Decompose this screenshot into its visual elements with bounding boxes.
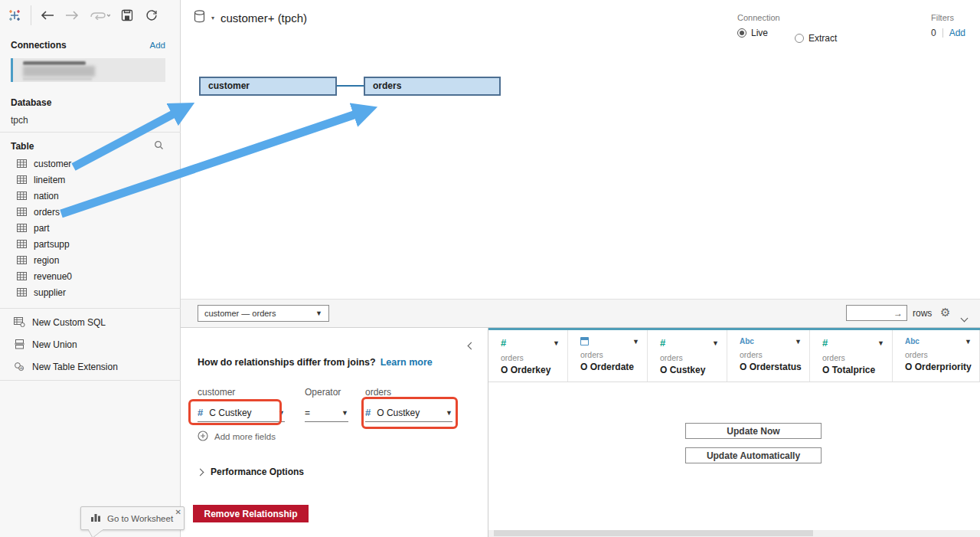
replay-icon[interactable] bbox=[88, 7, 111, 24]
sidebar-table-item-part[interactable]: part bbox=[0, 220, 181, 236]
grid-column-header-o-orderkey[interactable]: #▼ordersO Orderkey bbox=[488, 330, 568, 381]
learn-more-link[interactable]: Learn more bbox=[381, 357, 433, 368]
right-field-dropdown[interactable]: # O Custkey ▼ bbox=[365, 404, 452, 422]
number-type-icon: # bbox=[501, 337, 506, 349]
table-heading: Table bbox=[11, 141, 34, 152]
sidebar-actions: New Custom SQLNew UniondbNew Table Exten… bbox=[0, 311, 181, 378]
table-grid-icon bbox=[17, 192, 27, 200]
grid-column-header-o-totalprice[interactable]: #▼ordersO Totalprice bbox=[810, 330, 893, 381]
operator-dropdown[interactable]: = ▼ bbox=[305, 404, 348, 422]
grid-column-header-o-custkey[interactable]: #▼ordersO Custkey bbox=[648, 330, 727, 381]
column-table-name: orders bbox=[740, 350, 802, 359]
new-union-icon bbox=[14, 339, 25, 349]
table-item-label: supplier bbox=[34, 287, 66, 298]
collapse-editor-chevron-icon[interactable] bbox=[469, 338, 474, 352]
number-type-icon: # bbox=[198, 407, 203, 418]
sidebar-table-item-customer[interactable]: customer bbox=[0, 156, 181, 172]
table-search-icon[interactable] bbox=[154, 140, 164, 152]
grid-column-header-o-orderdate[interactable]: ▼ordersO Orderdate bbox=[568, 330, 648, 381]
database-name[interactable]: tpch bbox=[11, 115, 28, 126]
table-item-label: revenue0 bbox=[34, 271, 72, 282]
connection-item[interactable] bbox=[11, 58, 165, 82]
add-connection-link[interactable]: Add bbox=[150, 41, 165, 50]
sidebar-table-item-supplier[interactable]: supplier bbox=[0, 284, 181, 300]
datasource-dropdown-caret: ▾ bbox=[211, 15, 214, 21]
grid-column-header-o-orderpriority[interactable]: Abc▼ordersO Orderpriority bbox=[893, 330, 980, 381]
update-now-button[interactable]: Update Now bbox=[685, 423, 822, 439]
go-to-worksheet-tooltip[interactable]: Go to Worksheet ✕ bbox=[80, 506, 185, 530]
bar-chart-icon bbox=[90, 512, 101, 524]
add-more-fields-button[interactable]: Add more fields bbox=[198, 431, 276, 443]
operator-caret: ▼ bbox=[341, 409, 348, 417]
extract-radio[interactable]: Extract bbox=[795, 33, 837, 44]
grid-options-chevron-icon[interactable] bbox=[962, 310, 967, 324]
rows-limit-input[interactable]: → bbox=[846, 305, 907, 321]
filters-separator bbox=[942, 28, 943, 38]
toolbar-divider bbox=[31, 5, 31, 25]
grid-column-header-o-orderstatus[interactable]: Abc▼ordersO Orderstatus bbox=[727, 330, 810, 381]
connection-label: Connection bbox=[737, 13, 780, 22]
column-menu-caret[interactable]: ▼ bbox=[712, 339, 719, 347]
plus-circle-icon bbox=[198, 431, 208, 443]
horizontal-scrollbar-thumb[interactable] bbox=[494, 530, 813, 536]
datasource-title-group[interactable]: ▾ customer+ (tpch) bbox=[194, 10, 307, 26]
column-menu-caret[interactable]: ▼ bbox=[877, 339, 884, 347]
grid-settings-gear-icon[interactable]: ⚙ bbox=[940, 306, 950, 319]
number-type-icon: # bbox=[822, 337, 828, 349]
undo-back-icon[interactable] bbox=[39, 7, 56, 24]
add-more-fields-label: Add more fields bbox=[214, 432, 276, 441]
live-radio-label: Live bbox=[751, 28, 768, 38]
table-grid-icon bbox=[17, 224, 27, 232]
operator-value: = bbox=[305, 408, 310, 418]
column-field-name: O Custkey bbox=[660, 365, 719, 375]
extract-radio-circle[interactable] bbox=[795, 34, 804, 43]
redo-forward-icon[interactable] bbox=[64, 7, 80, 24]
live-radio-circle[interactable] bbox=[737, 28, 746, 38]
extract-radio-label: Extract bbox=[808, 33, 837, 44]
sidebar-table-item-region[interactable]: region bbox=[0, 252, 181, 268]
connection-name-redacted bbox=[23, 61, 86, 65]
canvas-table-orders[interactable]: orders bbox=[364, 77, 501, 96]
sidebar-divider bbox=[0, 308, 181, 309]
sidebar-action-new-custom-sql[interactable]: New Custom SQL bbox=[0, 311, 181, 333]
sidebar-table-item-orders[interactable]: orders bbox=[0, 204, 181, 220]
sidebar-action-new-union[interactable]: New Union bbox=[0, 333, 181, 355]
relationship-select[interactable]: customer — orders ▼ bbox=[198, 305, 329, 322]
sidebar-table-item-nation[interactable]: nation bbox=[0, 188, 181, 204]
left-field-dropdown[interactable]: # C Custkey ▼ bbox=[198, 404, 285, 422]
remove-relationship-button[interactable]: Remove Relationship bbox=[193, 505, 309, 522]
filters-add-link[interactable]: Add bbox=[949, 28, 965, 38]
datasource-cylinder-icon bbox=[194, 10, 205, 26]
main-toolbar bbox=[0, 0, 181, 31]
live-radio[interactable]: Live bbox=[737, 28, 780, 38]
tableau-logo-icon[interactable] bbox=[6, 7, 23, 24]
column-field-name: O Orderdate bbox=[580, 362, 639, 372]
sidebar-action-new-table-extension[interactable]: dbNew Table Extension bbox=[0, 355, 181, 378]
action-item-label: New Custom SQL bbox=[32, 317, 106, 328]
string-type-icon: Abc bbox=[740, 337, 754, 345]
relationship-noodle[interactable] bbox=[337, 85, 364, 87]
sidebar-table-item-lineitem[interactable]: lineitem bbox=[0, 172, 181, 188]
column-menu-caret[interactable]: ▼ bbox=[965, 338, 972, 345]
table-grid-icon bbox=[17, 272, 27, 280]
column-menu-caret[interactable]: ▼ bbox=[632, 338, 639, 345]
connection-detail-redacted bbox=[23, 66, 95, 77]
refresh-icon[interactable] bbox=[143, 7, 160, 24]
canvas-table-customer[interactable]: customer bbox=[199, 77, 337, 96]
date-type-icon bbox=[580, 337, 589, 345]
column-table-name: orders bbox=[580, 350, 639, 359]
save-icon[interactable] bbox=[119, 7, 136, 24]
sidebar-table-item-partsupp[interactable]: partsupp bbox=[0, 236, 181, 252]
column-menu-caret[interactable]: ▼ bbox=[795, 338, 802, 345]
performance-options-toggle[interactable]: Performance Options bbox=[198, 467, 304, 477]
column-menu-caret[interactable]: ▼ bbox=[553, 339, 560, 347]
tooltip-close-icon[interactable]: ✕ bbox=[175, 508, 181, 516]
filters-label: Filters bbox=[931, 13, 965, 22]
left-field-value: C Custkey bbox=[209, 408, 251, 418]
update-automatically-button[interactable]: Update Automatically bbox=[685, 447, 822, 463]
performance-options-label: Performance Options bbox=[211, 467, 304, 477]
right-field-caret: ▼ bbox=[446, 409, 452, 417]
grid-header-border bbox=[488, 381, 980, 382]
right-table-column-label: orders bbox=[365, 387, 391, 398]
sidebar-table-item-revenue0[interactable]: revenue0 bbox=[0, 268, 181, 284]
